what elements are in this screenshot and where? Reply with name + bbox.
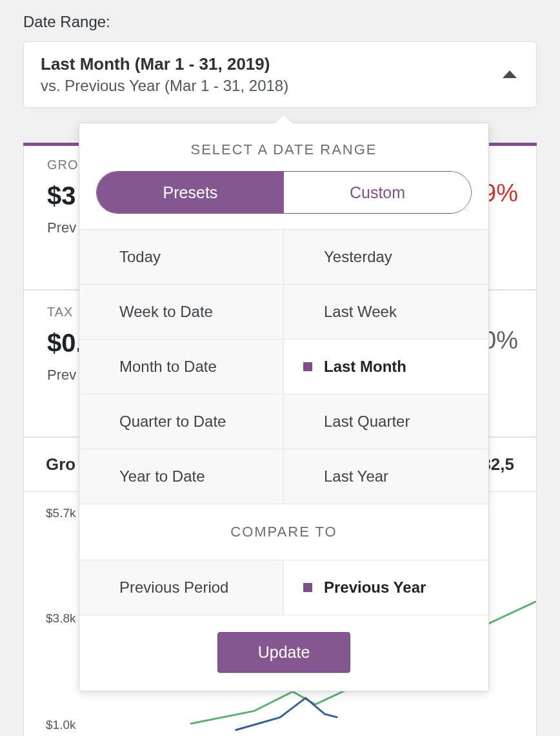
compare-previous-period[interactable]: Previous Period: [79, 560, 284, 615]
update-button[interactable]: Update: [217, 632, 351, 673]
date-range-label: Date Range:: [23, 13, 537, 31]
preset-last-year[interactable]: Last Year: [284, 449, 488, 504]
preset-last-week[interactable]: Last Week: [284, 285, 488, 340]
compare-title: COMPARE TO: [79, 504, 488, 560]
tab-presets[interactable]: Presets: [97, 172, 284, 213]
selected-range-secondary: vs. Previous Year (Mar 1 - 31, 2018): [41, 76, 288, 96]
preset-year-to-date[interactable]: Year to Date: [79, 449, 284, 504]
compare-previous-year[interactable]: Previous Year: [284, 560, 488, 615]
preset-last-month[interactable]: Last Month: [284, 340, 488, 394]
marker-icon: [303, 583, 312, 592]
date-range-dropdown[interactable]: Last Month (Mar 1 - 31, 2019) vs. Previo…: [23, 41, 537, 108]
preset-today[interactable]: Today: [79, 230, 284, 285]
preset-week-to-date[interactable]: Week to Date: [79, 285, 284, 340]
marker-icon: [303, 362, 312, 371]
date-range-popover: SELECT A DATE RANGE Presets Custom Today…: [79, 123, 489, 691]
presets-custom-toggle: Presets Custom: [96, 171, 472, 214]
gross-summary-label: Gro: [46, 455, 75, 475]
preset-grid: Today Yesterday Week to Date Last Week M…: [79, 229, 488, 504]
y-axis-label: $5.7k: [46, 506, 75, 520]
tab-custom[interactable]: Custom: [284, 172, 471, 213]
preset-month-to-date[interactable]: Month to Date: [79, 340, 284, 394]
preset-last-quarter[interactable]: Last Quarter: [284, 394, 488, 449]
popover-title: SELECT A DATE RANGE: [79, 123, 488, 171]
caret-up-icon: [503, 70, 517, 78]
compare-grid: Previous Period Previous Year: [79, 560, 488, 615]
selected-range-primary: Last Month (Mar 1 - 31, 2019): [41, 54, 288, 76]
preset-yesterday[interactable]: Yesterday: [284, 230, 488, 285]
preset-quarter-to-date[interactable]: Quarter to Date: [79, 394, 284, 449]
y-axis-label: $1.0k: [46, 718, 75, 732]
y-axis-label: $3.8k: [46, 611, 75, 626]
